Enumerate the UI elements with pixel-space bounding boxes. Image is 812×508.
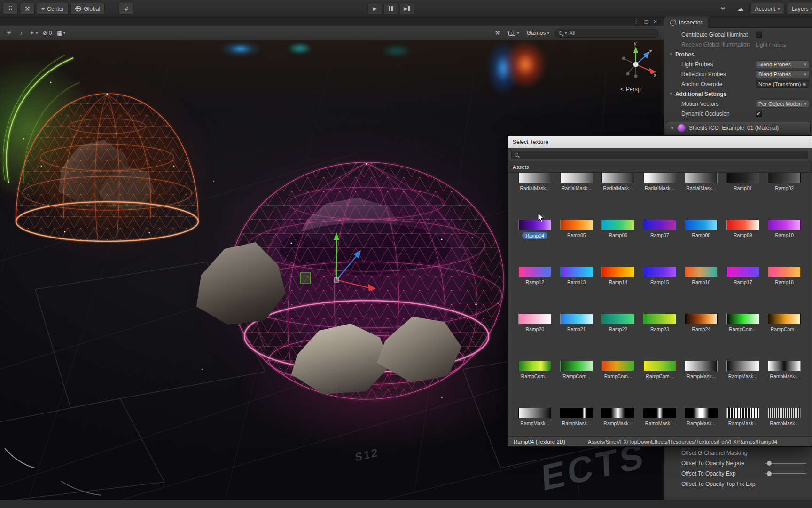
window-menu-icon[interactable]: ⋮ (633, 19, 639, 24)
texture-item[interactable]: RampCom... (764, 314, 805, 361)
texture-thumbnail[interactable] (685, 267, 718, 277)
tools-button[interactable]: ⚒ (20, 3, 35, 15)
texture-thumbnail[interactable] (685, 220, 718, 230)
texture-thumbnail[interactable] (643, 314, 676, 324)
scene-tools-button[interactable]: ⚒ (491, 28, 503, 38)
texture-item[interactable]: Ramp14 (597, 267, 639, 314)
material-property-slider[interactable] (765, 463, 806, 464)
texture-item[interactable]: RampMask... (764, 408, 805, 436)
pivot-toggle-button[interactable]: ⌖ Center (37, 3, 69, 15)
scene-search-input[interactable]: ▾ All (554, 29, 659, 38)
maximize-icon[interactable]: □ (645, 19, 648, 24)
texture-thumbnail[interactable] (518, 361, 551, 371)
orientation-toggle-button[interactable]: Global (70, 3, 105, 15)
texture-thumbnail[interactable] (560, 361, 593, 371)
layers-menu-button[interactable]: Layers ▾ (787, 3, 812, 15)
texture-thumbnail[interactable] (518, 220, 551, 230)
texture-thumbnail[interactable] (685, 314, 718, 324)
texture-thumbnail[interactable] (518, 173, 551, 183)
texture-item[interactable]: RampCom... (556, 361, 598, 408)
texture-thumbnail[interactable] (726, 361, 759, 371)
texture-item[interactable]: RadialMask... (680, 173, 722, 220)
texture-thumbnail[interactable] (560, 314, 593, 324)
account-menu-button[interactable]: Account ▾ (750, 3, 785, 15)
light-probes-dropdown[interactable]: Blend Probes▾ (756, 60, 809, 68)
reflection-probes-dropdown[interactable]: Blend Probes▾ (756, 70, 809, 78)
texture-thumbnail[interactable] (643, 173, 676, 183)
step-button[interactable]: ▶ (399, 3, 414, 15)
texture-thumbnail[interactable] (560, 408, 593, 418)
texture-thumbnail[interactable] (643, 408, 676, 418)
texture-thumbnail[interactable] (726, 220, 759, 230)
texture-item[interactable]: RampCom... (722, 314, 764, 361)
motion-vectors-dropdown[interactable]: Per Object Motion▾ (756, 100, 809, 108)
texture-thumbnail[interactable] (560, 267, 593, 277)
texture-item[interactable]: RampMask... (639, 408, 681, 436)
texture-item[interactable]: RadialMask... (514, 173, 556, 220)
scene-effects-button[interactable]: ✶▾ (27, 28, 40, 38)
texture-thumbnail[interactable] (518, 314, 551, 324)
texture-item[interactable]: Ramp01 (722, 173, 764, 220)
texture-thumbnail[interactable] (643, 361, 676, 371)
texture-thumbnail[interactable] (726, 314, 759, 324)
texture-item[interactable]: Ramp04 (514, 220, 556, 267)
texture-search-input[interactable] (511, 151, 808, 159)
dynamic-occlusion-checkbox[interactable]: ✔ (756, 111, 762, 117)
texture-thumbnail[interactable] (601, 361, 634, 371)
texture-thumbnail[interactable] (685, 173, 718, 183)
texture-thumbnail[interactable] (768, 267, 801, 277)
texture-item[interactable]: RadialMask... (597, 173, 639, 220)
texture-thumbnail[interactable] (601, 220, 634, 230)
texture-item[interactable]: RampCom... (514, 361, 556, 408)
texture-item[interactable]: RampCom... (597, 361, 639, 408)
texture-item[interactable]: Ramp12 (514, 267, 556, 314)
transform-gizmo[interactable] (289, 231, 383, 297)
texture-item[interactable]: Ramp24 (680, 314, 722, 361)
texture-item[interactable]: RampMask... (722, 408, 764, 436)
material-property-slider[interactable] (765, 473, 806, 474)
texture-item[interactable]: Ramp09 (722, 220, 764, 267)
texture-thumbnail[interactable] (726, 267, 759, 277)
hidden-objects-button[interactable]: ⊘0 (40, 28, 55, 38)
texture-thumbnail[interactable] (560, 173, 593, 183)
texture-thumbnail[interactable] (518, 408, 551, 418)
services-activity-button[interactable]: ✳ (716, 3, 731, 15)
probes-foldout[interactable]: ▼ Probes (664, 49, 812, 59)
texture-item[interactable]: Ramp22 (597, 314, 639, 361)
material-header[interactable]: ▼ Shields ICO_Example_01 (Material) (666, 122, 811, 134)
pause-button[interactable] (383, 3, 398, 15)
texture-item[interactable]: Ramp02 (764, 173, 805, 220)
tab-assets[interactable]: Assets (513, 164, 529, 170)
additional-settings-foldout[interactable]: ▼ Additional Settings (664, 89, 812, 99)
texture-item[interactable]: RampMask... (556, 408, 598, 436)
orientation-gizmo[interactable]: y x z (612, 40, 659, 87)
texture-thumbnail[interactable] (726, 408, 759, 418)
object-picker-icon[interactable]: ◉ (802, 81, 806, 87)
texture-thumbnail[interactable] (643, 220, 676, 230)
texture-item[interactable]: Ramp08 (680, 220, 722, 267)
texture-thumbnail[interactable] (768, 220, 801, 230)
cloud-services-button[interactable]: ☁ (733, 3, 748, 15)
texture-item[interactable]: RadialMask... (639, 173, 681, 220)
texture-thumbnail[interactable] (768, 314, 801, 324)
texture-item[interactable]: RampMask... (597, 408, 639, 436)
texture-item[interactable]: Ramp15 (639, 267, 681, 314)
texture-item[interactable]: Ramp20 (514, 314, 556, 361)
texture-item[interactable]: Ramp23 (639, 314, 681, 361)
slider-knob[interactable] (767, 471, 772, 476)
texture-item[interactable]: Ramp17 (722, 267, 764, 314)
texture-thumbnail[interactable] (768, 173, 801, 183)
texture-thumbnail[interactable] (518, 267, 551, 277)
texture-item[interactable]: Ramp06 (597, 220, 639, 267)
texture-thumbnail[interactable] (768, 408, 801, 418)
texture-item[interactable]: Ramp21 (556, 314, 598, 361)
select-texture-titlebar[interactable]: Select Texture (508, 136, 812, 148)
texture-item[interactable]: Ramp13 (556, 267, 598, 314)
texture-thumbnail[interactable] (601, 267, 634, 277)
texture-item[interactable]: RampMask... (680, 408, 722, 436)
texture-thumbnail[interactable] (643, 267, 676, 277)
texture-item[interactable]: RampCom... (639, 361, 681, 408)
texture-thumbnail[interactable] (601, 408, 634, 418)
gizmos-menu-button[interactable]: Gizmos▾ (524, 28, 552, 38)
texture-thumbnail[interactable] (726, 173, 759, 183)
